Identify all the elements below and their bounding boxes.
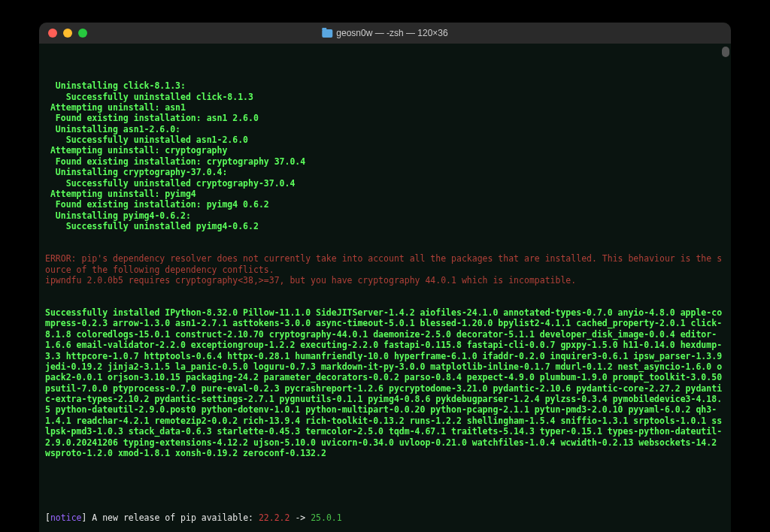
output-line: Attempting uninstall: asn1 xyxy=(45,102,725,113)
output-line: Successfully uninstalled click-8.1.3 xyxy=(45,92,725,102)
output-line: Successfully uninstalled pyimg4-0.6.2 xyxy=(45,221,725,231)
terminal-body[interactable]: Uninstalling click-8.1.3: Successfully u… xyxy=(39,44,731,532)
output-line: Uninstalling click-8.1.3: xyxy=(45,80,725,91)
maximize-icon[interactable] xyxy=(78,29,87,38)
close-icon[interactable] xyxy=(48,29,57,38)
output-line: Found existing installation: cryptograph… xyxy=(45,156,725,167)
error-line: ipwndfu 2.0.0b5 requires cryptography<38… xyxy=(45,275,725,286)
notice-line-1: [notice] A new release of pip available:… xyxy=(45,512,725,523)
output-line: Found existing installation: asn1 2.6.0 xyxy=(45,113,725,123)
minimize-icon[interactable] xyxy=(63,29,72,38)
traffic-lights xyxy=(48,29,87,38)
output-line: Found existing installation: pyimg4 0.6.… xyxy=(45,199,725,210)
output-line: Attempting uninstall: pyimg4 xyxy=(45,189,725,199)
output-line: Successfully uninstalled cryptography-37… xyxy=(45,178,725,189)
folder-icon xyxy=(322,29,332,38)
error-output: ERROR: pip's dependency resolver does no… xyxy=(45,253,725,286)
terminal-window: geosn0w — -zsh — 120×36 Uninstalling cli… xyxy=(39,23,731,532)
blank-line xyxy=(45,480,725,491)
error-line: ERROR: pip's dependency resolver does no… xyxy=(45,253,725,275)
output-line: Uninstalling asn1-2.6.0: xyxy=(45,124,725,135)
output-line: Uninstalling cryptography-37.0.4: xyxy=(45,167,725,177)
output-line: Uninstalling pyimg4-0.6.2: xyxy=(45,210,725,221)
scrollbar[interactable] xyxy=(722,47,729,57)
title-text: geosn0w — -zsh — 120×36 xyxy=(336,28,447,38)
uninstall-output: Uninstalling click-8.1.3: Successfully u… xyxy=(45,80,725,231)
output-line: Attempting uninstall: cryptography xyxy=(45,145,725,156)
success-output: Successfully installed IPython-8.32.0 Pi… xyxy=(45,307,725,458)
window-title: geosn0w — -zsh — 120×36 xyxy=(322,28,447,38)
output-line: Successfully uninstalled asn1-2.6.0 xyxy=(45,135,725,145)
titlebar[interactable]: geosn0w — -zsh — 120×36 xyxy=(39,23,731,44)
